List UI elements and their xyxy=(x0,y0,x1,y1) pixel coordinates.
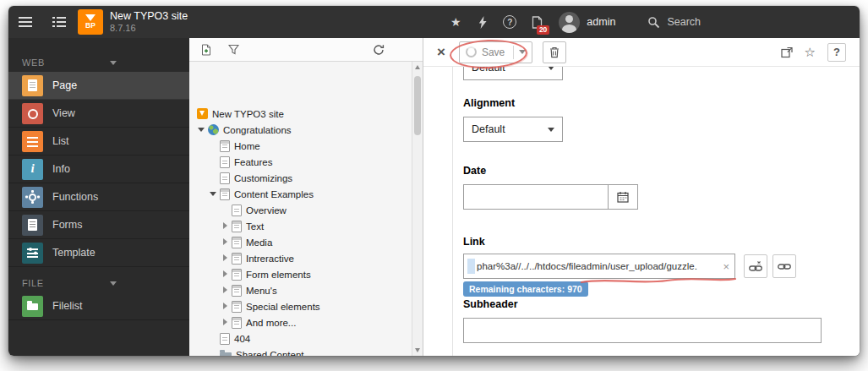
sidebar-item-template[interactable]: Template xyxy=(8,239,189,267)
search-icon xyxy=(647,16,660,29)
remaining-characters-tooltip: Remaining characters: 970 xyxy=(463,281,588,297)
site-version: 8.7.16 xyxy=(110,23,188,34)
chevron-down-icon xyxy=(110,61,117,65)
type-select[interactable]: Default xyxy=(463,67,563,80)
unlink-button[interactable] xyxy=(744,254,767,278)
new-page-button[interactable] xyxy=(198,41,215,58)
filter-icon xyxy=(228,44,239,55)
navigation-toggle-button[interactable] xyxy=(42,6,76,38)
new-page-icon xyxy=(200,44,212,56)
collapse-icon[interactable] xyxy=(196,124,207,135)
star-icon: ★ xyxy=(450,15,461,29)
sidebar-item-list[interactable]: List xyxy=(8,128,189,155)
opendocs-count-badge: 20 xyxy=(537,25,549,35)
arrow-up-icon xyxy=(415,65,420,69)
calendar-icon xyxy=(617,191,629,203)
close-button[interactable]: × xyxy=(434,44,449,61)
tree-node-label: Congratulations xyxy=(223,125,292,135)
date-input[interactable] xyxy=(463,184,609,210)
sidebar-item-page[interactable]: Page xyxy=(8,72,189,100)
expand-icon[interactable] xyxy=(220,221,231,232)
chevron-down-icon xyxy=(548,128,554,132)
date-picker-button[interactable] xyxy=(608,184,638,210)
help-button[interactable]: ? xyxy=(827,43,846,62)
tree-node-and-more[interactable]: And more... xyxy=(189,314,423,330)
tree-node-overview[interactable]: Overview xyxy=(189,202,423,218)
expand-icon[interactable] xyxy=(220,253,231,264)
edit-form-scroll-area: Default Alignment Default Date xyxy=(423,67,860,356)
page-tree-panel: New TYPO3 site Congratulations Home Feat… xyxy=(189,38,423,356)
tree-node-404[interactable]: 404 xyxy=(189,330,423,346)
tree-node-intreractive[interactable]: Intreractive xyxy=(189,250,423,266)
expand-icon[interactable] xyxy=(220,269,231,280)
open-in-new-window-button[interactable] xyxy=(781,46,793,58)
typo3-logo[interactable]: BP xyxy=(78,9,103,35)
expand-icon[interactable] xyxy=(220,317,231,328)
save-spinner-icon xyxy=(466,46,477,57)
delete-button[interactable] xyxy=(543,41,566,63)
button-divider xyxy=(513,46,514,59)
alignment-select[interactable]: Default xyxy=(463,117,563,142)
tree-node-customizings[interactable]: Customizings xyxy=(189,170,423,186)
sidebar-item-view[interactable]: View xyxy=(8,100,189,128)
expander-spacer xyxy=(208,172,219,183)
tree-node-features[interactable]: Features xyxy=(189,154,423,170)
site-title-block: New TYPO3 site 8.7.16 xyxy=(110,10,188,34)
tree-node-label: Shared Content xyxy=(236,350,304,357)
sidebar-item-functions[interactable]: Functions xyxy=(8,183,189,211)
sidebar-item-info[interactable]: Info xyxy=(8,155,189,183)
select-value: Default xyxy=(472,67,505,74)
help-icon: ? xyxy=(503,15,516,29)
scroll-down-button[interactable] xyxy=(412,345,423,356)
tree-node-content-examples[interactable]: Content Examples xyxy=(189,186,423,202)
expand-icon[interactable] xyxy=(220,237,231,248)
expand-icon[interactable] xyxy=(220,301,231,312)
tree-node-text[interactable]: Text xyxy=(189,218,423,234)
collapse-icon[interactable] xyxy=(208,188,219,199)
opendocs-button[interactable]: 20 xyxy=(523,6,550,38)
tree-node-special-elements[interactable]: Special elements xyxy=(189,298,423,314)
link-browser-button[interactable] xyxy=(772,254,796,278)
filter-button[interactable] xyxy=(225,41,242,58)
bookmark-toolbar-button[interactable]: ★ xyxy=(442,6,469,38)
save-button[interactable]: Save xyxy=(459,41,532,63)
clear-cache-button[interactable] xyxy=(469,6,496,38)
refresh-tree-button[interactable] xyxy=(370,41,387,58)
tree-node-menus[interactable]: Menu's xyxy=(189,282,423,298)
page-icon xyxy=(232,221,242,232)
hamburger-icon xyxy=(19,17,32,27)
tree-node-root[interactable]: New TYPO3 site xyxy=(189,106,423,122)
tree-node-form-elements[interactable]: Form elements xyxy=(189,266,423,282)
search-button[interactable]: Search xyxy=(647,16,701,29)
page-icon xyxy=(232,237,242,248)
sidebar-item-filelist[interactable]: Filelist xyxy=(8,292,189,320)
expander-spacer xyxy=(208,156,219,167)
date-label: Date xyxy=(463,165,860,177)
scroll-up-button[interactable] xyxy=(412,62,423,73)
subheader-input[interactable] xyxy=(463,318,822,343)
section-header-file[interactable]: FILE xyxy=(8,274,189,292)
section-header-web[interactable]: WEB xyxy=(8,53,189,72)
link-input[interactable]: phar%3a//../../htdocs/fileadmin/user_upl… xyxy=(463,254,735,279)
edit-form: Default Alignment Default Date xyxy=(452,67,860,356)
tree-node-label: Media xyxy=(246,237,272,248)
tree-node-shared-content[interactable]: Shared Content xyxy=(189,346,423,356)
sidebar-item-label: View xyxy=(52,107,75,119)
tree-node-congratulations[interactable]: Congratulations xyxy=(189,122,423,138)
tree-node-home[interactable]: Home xyxy=(189,138,423,154)
sidebar-item-forms[interactable]: Forms xyxy=(8,211,189,239)
help-toolbar-button[interactable]: ? xyxy=(496,6,523,38)
clear-input-icon[interactable]: × xyxy=(723,260,729,273)
link-icon xyxy=(778,260,791,273)
hamburger-menu-button[interactable] xyxy=(8,6,42,38)
bookmark-button[interactable]: ☆ xyxy=(805,45,816,60)
tree-node-media[interactable]: Media xyxy=(189,234,423,250)
tree-scrollbar[interactable] xyxy=(412,62,423,356)
scrollbar-thumb[interactable] xyxy=(414,76,421,135)
expand-icon[interactable] xyxy=(220,285,231,296)
lightning-icon xyxy=(478,16,488,29)
page-tree: New TYPO3 site Congratulations Home Feat… xyxy=(189,62,423,356)
user-menu-button[interactable]: admin xyxy=(550,12,624,33)
page-icon xyxy=(220,156,230,168)
save-dropdown-caret-icon[interactable] xyxy=(519,50,526,54)
